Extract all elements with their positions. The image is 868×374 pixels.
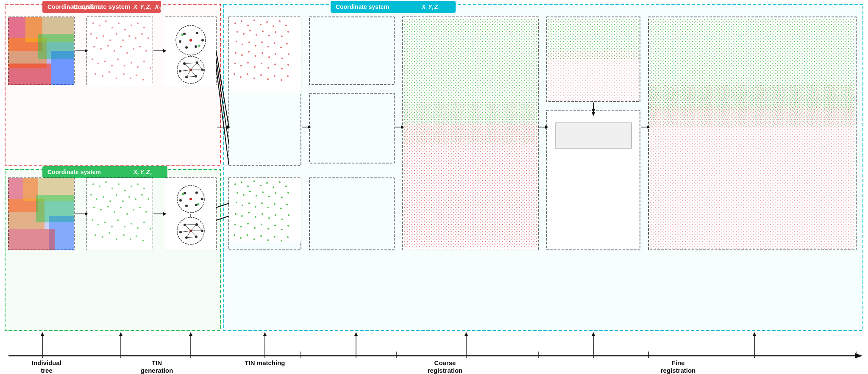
svg-point-394 <box>338 65 340 66</box>
svg-point-102 <box>131 62 132 64</box>
svg-point-125 <box>177 56 204 83</box>
svg-rect-504 <box>555 123 632 148</box>
svg-point-236 <box>236 31 238 33</box>
svg-point-442 <box>332 217 334 219</box>
svg-point-263 <box>234 63 236 64</box>
svg-point-466 <box>333 238 335 240</box>
svg-point-328 <box>240 237 242 239</box>
svg-rect-487 <box>403 119 537 250</box>
svg-point-419 <box>340 193 342 195</box>
svg-rect-475 <box>417 21 419 97</box>
svg-point-91 <box>120 46 122 47</box>
svg-point-413 <box>374 181 376 183</box>
svg-rect-58 <box>547 110 640 250</box>
svg-text:2: 2 <box>143 172 145 176</box>
svg-point-127 <box>183 62 186 65</box>
svg-point-432 <box>346 208 348 209</box>
svg-point-130 <box>195 75 197 78</box>
svg-point-290 <box>285 186 287 187</box>
svg-point-204 <box>185 205 188 207</box>
svg-point-272 <box>234 73 235 75</box>
svg-point-209 <box>189 230 192 232</box>
svg-point-68 <box>92 22 94 24</box>
svg-point-154 <box>111 188 113 189</box>
svg-point-170 <box>93 207 95 208</box>
svg-marker-518 <box>227 125 231 129</box>
svg-rect-143 <box>8 178 74 250</box>
svg-point-424 <box>370 199 371 201</box>
svg-point-369 <box>333 46 335 47</box>
svg-point-103 <box>137 66 139 68</box>
svg-point-386 <box>364 55 365 57</box>
svg-point-261 <box>281 58 283 59</box>
svg-point-303 <box>255 206 256 208</box>
svg-point-155 <box>118 183 120 185</box>
svg-point-75 <box>137 22 139 24</box>
svg-text:Z: Z <box>170 3 174 10</box>
svg-point-164 <box>116 194 117 196</box>
svg-text:registration: registration <box>428 367 463 374</box>
svg-point-243 <box>281 36 283 37</box>
svg-line-222 <box>185 224 197 225</box>
svg-text:Coordinate system: Coordinate system <box>336 3 389 10</box>
svg-rect-473 <box>403 18 537 103</box>
svg-rect-482 <box>492 21 493 97</box>
svg-point-430 <box>333 207 335 208</box>
svg-point-121 <box>185 46 188 49</box>
svg-point-459 <box>363 227 365 229</box>
svg-point-467 <box>339 235 341 237</box>
svg-point-235 <box>285 25 287 26</box>
svg-line-336 <box>216 51 229 127</box>
svg-point-305 <box>267 207 269 208</box>
svg-text:1: 1 <box>167 6 169 11</box>
svg-rect-17 <box>42 166 167 178</box>
svg-point-247 <box>248 42 250 43</box>
svg-line-338 <box>216 68 229 165</box>
svg-point-309 <box>235 213 236 215</box>
svg-text:Z: Z <box>146 169 150 175</box>
svg-point-348 <box>350 19 352 21</box>
svg-text:X: X <box>154 3 159 10</box>
svg-point-265 <box>247 62 249 64</box>
svg-rect-36 <box>165 17 216 85</box>
svg-rect-499 <box>403 102 537 144</box>
svg-line-220 <box>186 231 191 238</box>
svg-point-119 <box>201 39 204 42</box>
svg-text:Coarse: Coarse <box>434 359 456 366</box>
svg-point-286 <box>260 185 262 186</box>
svg-point-441 <box>326 213 328 215</box>
svg-point-330 <box>253 238 255 240</box>
svg-rect-147 <box>36 195 74 222</box>
svg-line-136 <box>191 70 196 76</box>
svg-point-285 <box>253 180 255 182</box>
svg-point-377 <box>384 41 385 42</box>
svg-line-140 <box>197 63 203 70</box>
svg-rect-61 <box>8 17 42 51</box>
svg-point-230 <box>253 19 255 21</box>
svg-point-385 <box>357 58 359 60</box>
svg-point-444 <box>345 219 347 220</box>
svg-rect-48 <box>648 17 856 250</box>
main-container: Coordinate system X 1 Y 1 Z 1 Coordinate… <box>0 0 868 374</box>
svg-point-380 <box>326 52 328 54</box>
svg-point-275 <box>253 78 255 79</box>
svg-text:2: 2 <box>150 172 152 176</box>
svg-point-279 <box>281 79 282 81</box>
svg-point-450 <box>383 213 384 215</box>
svg-rect-37 <box>8 178 74 250</box>
svg-point-232 <box>266 21 268 23</box>
svg-point-332 <box>267 239 269 241</box>
svg-text:1: 1 <box>137 7 139 11</box>
svg-point-381 <box>332 56 334 58</box>
svg-point-245 <box>236 41 237 42</box>
svg-point-314 <box>268 217 270 219</box>
svg-point-320 <box>247 223 249 224</box>
svg-point-417 <box>328 192 330 194</box>
svg-point-433 <box>352 204 353 206</box>
svg-point-292 <box>243 194 245 196</box>
svg-point-86 <box>147 37 149 39</box>
svg-point-291 <box>236 192 238 194</box>
svg-rect-480 <box>470 21 472 97</box>
svg-point-189 <box>95 234 96 236</box>
svg-point-73 <box>124 29 126 30</box>
